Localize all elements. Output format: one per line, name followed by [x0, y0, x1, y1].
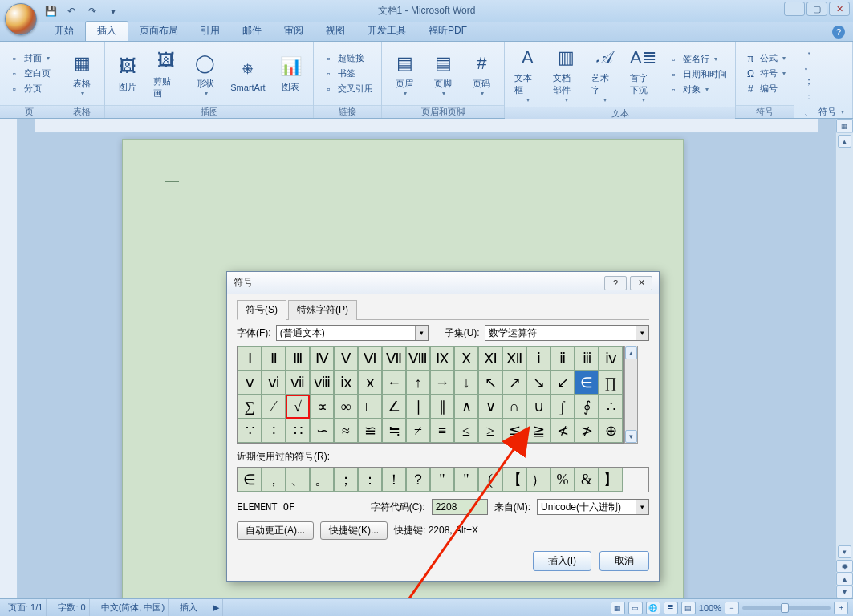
recent-symbol-cell[interactable]: &: [575, 468, 599, 492]
symbol-cell[interactable]: Ⅸ: [430, 346, 454, 371]
zoom-slider[interactable]: [742, 606, 831, 610]
symbol-cell[interactable]: ≯: [575, 419, 599, 443]
symbol-cell[interactable]: ∨: [478, 395, 502, 419]
ribbon-交叉引用[interactable]: ▫交叉引用: [319, 82, 376, 96]
view-outline[interactable]: ≣: [664, 602, 678, 614]
symbol-cell[interactable]: ∏: [599, 371, 623, 395]
close-button[interactable]: ✕: [829, 2, 850, 16]
tab-福昕PDF[interactable]: 福昕PDF: [417, 22, 478, 41]
symbol-cell[interactable]: Ⅷ: [406, 346, 430, 371]
symbol-cell[interactable]: Ⅴ: [334, 346, 358, 371]
symbol-cell[interactable]: ⅱ: [550, 346, 575, 371]
ribbon-封面[interactable]: ▫封面: [5, 51, 54, 66]
qat-redo[interactable]: ↷: [83, 3, 101, 19]
symbol-cell[interactable]: ∣: [406, 395, 430, 419]
tab-邮件[interactable]: 邮件: [231, 22, 273, 41]
symbol-cell[interactable]: ≥: [478, 419, 502, 443]
symbol-cell[interactable]: ∴: [599, 395, 623, 419]
ribbon-空白页[interactable]: ▫空白页: [5, 67, 54, 81]
view-fullscreen[interactable]: ▭: [628, 602, 643, 614]
symbol-cell[interactable]: ≮: [550, 419, 575, 443]
dialog-titlebar[interactable]: 符号 ? ✕: [227, 272, 659, 294]
ribbon-超链接[interactable]: ▫超链接: [319, 51, 376, 66]
view-web[interactable]: 🌐: [646, 602, 660, 614]
symbol-cell[interactable]: Ⅳ: [310, 346, 334, 371]
shortcut-button[interactable]: 快捷键(K)...: [320, 521, 388, 540]
symbol-cell[interactable]: ∞: [334, 395, 358, 419]
ribbon-图片[interactable]: 🖼图片: [110, 52, 145, 95]
ribbon-签名行[interactable]: ▫签名行: [664, 52, 730, 67]
symbol-cell[interactable]: ∕: [262, 395, 286, 419]
document-area[interactable]: 符号 ? ✕ 符号(S)特殊字符(P) 字体(F): (普通文本)▾ 子集(U)…: [18, 119, 835, 598]
symbol-cell[interactable]: ⊕: [599, 419, 623, 443]
font-combo[interactable]: (普通文本)▾: [276, 325, 429, 341]
symbol-cell[interactable]: ≌: [358, 419, 382, 443]
ribbon-页码[interactable]: #页码: [464, 49, 499, 99]
from-combo[interactable]: Unicode(十六进制)▾: [537, 499, 649, 515]
recent-symbol-cell[interactable]: (: [478, 468, 502, 492]
help-button[interactable]: ?: [832, 26, 845, 38]
scroll-up[interactable]: ▴: [625, 346, 637, 359]
ribbon-符号[interactable]: Ω符号: [741, 67, 789, 81]
recent-symbol-cell[interactable]: ！: [382, 468, 406, 492]
zoom-out[interactable]: −: [725, 602, 739, 614]
symbol-cell[interactable]: ⅸ: [334, 371, 358, 395]
status-words[interactable]: 字数: 0: [55, 599, 89, 616]
symbol-cell[interactable]: ↖: [478, 371, 502, 395]
scroll-down[interactable]: ▾: [625, 430, 637, 443]
scroll-up-button[interactable]: ▴: [838, 135, 851, 148]
symbol-cell[interactable]: ⅴ: [238, 371, 262, 395]
symbol-cell[interactable]: ∶: [262, 419, 286, 443]
status-page[interactable]: 页面: 1/1: [5, 599, 47, 616]
symbol-cell[interactable]: ∷: [286, 419, 310, 443]
symbol-cell[interactable]: ↓: [454, 371, 478, 395]
recent-symbol-cell[interactable]: ∈: [238, 468, 262, 492]
status-language[interactable]: 中文(简体, 中国): [98, 599, 169, 616]
recent-symbol-cell[interactable]: ）: [526, 468, 550, 492]
symbol-cell[interactable]: ≡: [430, 419, 454, 443]
symbol-cell[interactable]: √: [286, 395, 310, 419]
symbol-cell[interactable]: ⅲ: [575, 346, 599, 371]
symbol-cell[interactable]: ∧: [454, 395, 478, 419]
qat-undo[interactable]: ↶: [63, 3, 80, 19]
symbol-grid[interactable]: ⅠⅡⅢⅣⅤⅥⅦⅧⅨⅩⅪⅫⅰⅱⅲⅳⅴⅵⅶⅷⅸⅹ←↑→↓↖↗↘↙∈∏∑∕√∝∞∟∠∣…: [237, 346, 624, 444]
symbol-cell[interactable]: ↑: [406, 371, 430, 395]
dialog-tab-1[interactable]: 特殊字符(P): [288, 300, 357, 320]
symbol-cell[interactable]: ∫: [550, 395, 575, 419]
ribbon-艺术字[interactable]: 𝒜艺术字: [587, 43, 622, 105]
ribbon-，[interactable]: ，: [799, 43, 847, 58]
minimize-button[interactable]: —: [784, 2, 805, 16]
recent-symbol-cell[interactable]: ": [454, 468, 478, 492]
tab-页面布局[interactable]: 页面布局: [128, 22, 189, 41]
ribbon-页脚[interactable]: ▤页脚: [425, 49, 461, 99]
symbol-cell[interactable]: ≤: [454, 419, 478, 443]
prev-page-button[interactable]: ◉: [836, 560, 853, 573]
symbol-cell[interactable]: ∥: [430, 395, 454, 419]
dialog-tab-0[interactable]: 符号(S): [237, 300, 286, 320]
subset-combo[interactable]: 数学运算符▾: [485, 325, 649, 341]
recent-symbol-cell[interactable]: 。: [310, 468, 334, 492]
office-button[interactable]: [5, 3, 37, 35]
recent-symbol-cell[interactable]: ": [430, 468, 454, 492]
symbol-cell[interactable]: ≧: [526, 419, 550, 443]
zoom-in[interactable]: ＋: [834, 602, 848, 614]
view-print-layout[interactable]: ▦: [611, 602, 625, 614]
recent-symbol-cell[interactable]: ，: [262, 468, 286, 492]
browse-object-button[interactable]: ▲: [836, 573, 853, 586]
symbol-cell[interactable]: Ⅵ: [358, 346, 382, 371]
insert-button[interactable]: 插入(I): [533, 551, 591, 571]
ribbon-：[interactable]: ：: [799, 89, 847, 103]
ribbon-日期和时间[interactable]: ▫日期和时间: [664, 67, 730, 82]
symbol-cell[interactable]: ⅳ: [599, 346, 623, 371]
symbol-cell[interactable]: Ⅲ: [286, 346, 310, 371]
autocorrect-button[interactable]: 自动更正(A)...: [237, 521, 314, 540]
dialog-close-button[interactable]: ✕: [630, 276, 652, 290]
ribbon-文本框[interactable]: A文本框: [510, 43, 545, 105]
recent-symbol-cell[interactable]: ；: [334, 468, 358, 492]
symbol-cell[interactable]: ←: [382, 371, 406, 395]
symbol-cell[interactable]: ⅰ: [526, 346, 550, 371]
next-page-button[interactable]: ▼: [836, 586, 853, 598]
symbol-cell[interactable]: ↗: [502, 371, 526, 395]
symbol-cell[interactable]: Ⅻ: [502, 346, 526, 371]
status-macro-icon[interactable]: ▶: [209, 599, 223, 616]
